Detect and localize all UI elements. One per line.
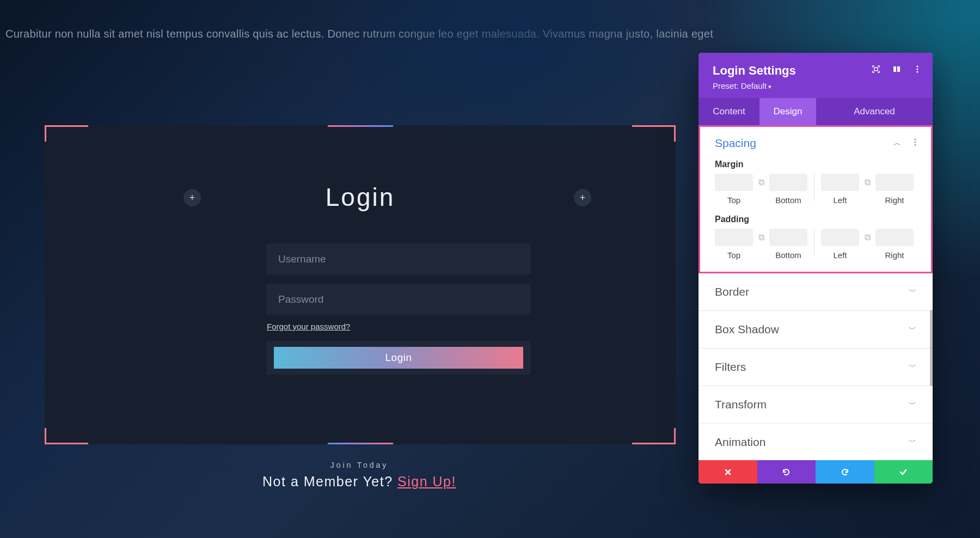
section-box-shadow-header[interactable]: Box Shadow ﹀	[699, 311, 933, 348]
chevron-down-icon: ﹀	[909, 400, 916, 409]
padding-top-input[interactable]	[715, 229, 753, 246]
label-left: Left	[833, 250, 847, 260]
more-icon[interactable]	[913, 65, 922, 74]
margin-left-input[interactable]	[821, 174, 859, 191]
corner-accent	[328, 443, 393, 444]
margin-right-input[interactable]	[875, 174, 914, 191]
padding-right-input[interactable]	[875, 229, 914, 246]
action-bar	[699, 460, 933, 484]
intro-text: Curabitur non nulla sit amet nisl tempus…	[0, 25, 719, 43]
password-field[interactable]	[266, 284, 531, 315]
margin-label: Margin	[715, 160, 916, 169]
padding-row: Top ⧉ Bottom Left ⧉ Right	[715, 229, 916, 260]
undo-button[interactable]	[757, 460, 816, 484]
corner-accent	[45, 125, 46, 142]
svg-point-5	[916, 71, 918, 72]
chevron-down-icon: ﹀	[909, 287, 916, 297]
section-transform: Transform ﹀	[699, 386, 933, 424]
link-icon[interactable]: ⧉	[756, 174, 766, 191]
corner-accent	[674, 428, 676, 444]
section-box-shadow-title: Box Shadow	[715, 323, 779, 336]
section-border-title: Border	[715, 285, 749, 298]
corner-accent	[328, 125, 393, 127]
svg-rect-0	[874, 68, 878, 71]
preset-dropdown[interactable]: Preset: Default	[713, 81, 918, 90]
section-animation: Animation ﹀	[699, 424, 933, 460]
section-transform-header[interactable]: Transform ﹀	[699, 386, 933, 423]
divider	[814, 174, 814, 201]
label-bottom: Bottom	[775, 250, 801, 260]
section-filters: Filters ﹀	[699, 349, 933, 386]
svg-point-6	[915, 139, 916, 140]
settings-header: Login Settings Preset: Default	[699, 53, 933, 98]
join-main-text: Not a Member Yet? Sign Up!	[0, 474, 719, 490]
label-right: Right	[885, 250, 904, 260]
cancel-button[interactable]	[699, 460, 757, 484]
label-left: Left	[833, 195, 847, 205]
settings-tabs: Content Design Advanced	[699, 98, 933, 125]
label-top: Top	[727, 250, 740, 260]
divider	[814, 229, 814, 256]
section-spacing: Spacing ︿ Margin Top ⧉	[699, 125, 933, 273]
label-bottom: Bottom	[775, 195, 801, 205]
join-small-text: Join Today	[0, 461, 719, 469]
label-top: Top	[727, 195, 740, 205]
join-cta: Join Today Not a Member Yet? Sign Up!	[0, 461, 719, 490]
link-icon[interactable]: ⧉	[862, 174, 872, 191]
section-spacing-title: Spacing	[715, 137, 756, 150]
section-border-header[interactable]: Border ﹀	[699, 273, 933, 310]
chevron-down-icon: ﹀	[909, 325, 916, 334]
login-button-container: Login	[266, 341, 531, 375]
corner-accent	[45, 125, 88, 127]
tab-design[interactable]: Design	[759, 98, 816, 125]
corner-accent	[632, 125, 676, 127]
forgot-password-link[interactable]: Forgot your password?	[267, 322, 350, 331]
corner-accent	[45, 443, 88, 444]
corner-accent	[45, 428, 46, 444]
svg-rect-2	[897, 66, 900, 72]
section-spacing-header[interactable]: Spacing ︿	[700, 127, 931, 154]
corner-accent	[674, 125, 676, 142]
margin-bottom-input[interactable]	[769, 174, 807, 191]
section-filters-header[interactable]: Filters ﹀	[699, 349, 933, 386]
link-icon[interactable]: ⧉	[862, 229, 872, 246]
settings-panel: Login Settings Preset: Default Content D…	[699, 53, 933, 484]
padding-label: Padding	[715, 215, 916, 224]
scrollbar[interactable]	[930, 310, 933, 386]
section-animation-title: Animation	[715, 436, 765, 449]
join-prefix: Not a Member Yet?	[262, 474, 397, 489]
redo-button[interactable]	[816, 460, 874, 484]
svg-point-3	[916, 65, 918, 67]
corner-accent	[632, 443, 676, 444]
add-module-right-button[interactable]: +	[574, 189, 591, 206]
chevron-up-icon: ︿	[893, 138, 901, 148]
section-transform-title: Transform	[715, 398, 767, 411]
link-icon[interactable]: ⧉	[756, 229, 766, 246]
svg-point-4	[916, 68, 918, 70]
username-field[interactable]	[266, 243, 531, 274]
section-box-shadow: Box Shadow ﹀	[699, 311, 933, 349]
section-animation-header[interactable]: Animation ﹀	[699, 424, 933, 460]
padding-bottom-input[interactable]	[769, 229, 807, 246]
padding-left-input[interactable]	[821, 229, 859, 246]
signup-link[interactable]: Sign Up!	[397, 474, 456, 489]
margin-row: Top ⧉ Bottom Left ⧉ Right	[715, 174, 916, 205]
svg-point-7	[915, 142, 916, 143]
margin-top-input[interactable]	[715, 174, 753, 191]
login-button[interactable]: Login	[274, 347, 523, 369]
section-border: Border ﹀	[699, 273, 933, 311]
svg-point-8	[915, 144, 916, 146]
tab-content[interactable]: Content	[699, 98, 759, 125]
label-right: Right	[885, 195, 904, 205]
svg-rect-1	[893, 66, 896, 72]
login-module: + Login + Forgot your password? Login	[45, 125, 676, 444]
chevron-down-icon: ﹀	[909, 437, 916, 447]
section-filters-title: Filters	[715, 360, 746, 374]
save-button[interactable]	[874, 460, 933, 484]
focus-icon[interactable]	[872, 65, 880, 74]
columns-icon[interactable]	[892, 65, 901, 74]
chevron-down-icon: ﹀	[909, 362, 916, 372]
design-sections[interactable]: Spacing ︿ Margin Top ⧉	[699, 125, 933, 460]
tab-advanced[interactable]: Advanced	[816, 98, 933, 125]
section-menu-icon[interactable]	[914, 138, 916, 148]
